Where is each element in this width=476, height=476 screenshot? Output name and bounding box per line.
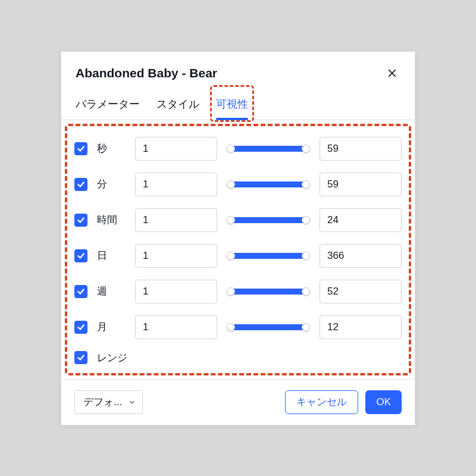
visibility-row: 日	[68, 238, 408, 274]
slider-track	[230, 289, 306, 295]
check-icon	[77, 145, 85, 153]
range-slider[interactable]	[227, 173, 310, 196]
visibility-row: 秒	[68, 131, 408, 167]
slider-thumb-left[interactable]	[227, 252, 235, 260]
slider-thumb-left[interactable]	[227, 287, 235, 296]
row-label: 日	[97, 249, 126, 262]
cancel-button[interactable]: キャンセル	[285, 390, 358, 414]
slider-thumb-right[interactable]	[302, 180, 310, 189]
slider-track	[230, 324, 306, 330]
slider-thumb-left[interactable]	[227, 145, 235, 153]
checkbox[interactable]	[74, 142, 87, 155]
check-icon	[77, 180, 85, 189]
slider-track	[230, 181, 306, 187]
tab-style[interactable]: スタイル	[156, 89, 199, 120]
dialog: Abandoned Baby - Bear パラメーター スタイル 可視性 秒	[61, 51, 415, 425]
max-input[interactable]	[320, 315, 402, 339]
close-icon	[386, 67, 398, 79]
slider-thumb-right[interactable]	[302, 287, 310, 296]
min-input[interactable]	[135, 137, 217, 161]
footer-actions: キャンセル OK	[285, 390, 402, 414]
min-input[interactable]	[135, 173, 217, 196]
visibility-row: 週	[68, 274, 408, 309]
check-icon	[77, 287, 85, 296]
min-input[interactable]	[135, 280, 217, 303]
slider-track	[230, 146, 306, 152]
dialog-footer: デフォ... キャンセル OK	[61, 379, 415, 425]
ok-button[interactable]: OK	[365, 390, 402, 414]
checkbox[interactable]	[74, 178, 87, 191]
max-input[interactable]	[320, 244, 402, 268]
min-input[interactable]	[135, 315, 217, 339]
chevron-down-icon	[128, 398, 136, 406]
row-label: 週	[97, 284, 126, 298]
check-icon	[77, 216, 85, 224]
slider-track	[230, 217, 306, 223]
visibility-row: 月	[68, 309, 408, 345]
slider-thumb-left[interactable]	[227, 216, 235, 224]
range-slider[interactable]	[227, 137, 310, 161]
min-input[interactable]	[135, 244, 217, 268]
close-button[interactable]	[384, 65, 400, 82]
row-label: 月	[97, 320, 126, 334]
range-slider[interactable]	[227, 315, 310, 339]
tab-visibility-label: 可視性	[216, 98, 248, 110]
tab-parameters[interactable]: パラメーター	[76, 89, 140, 120]
min-input[interactable]	[135, 208, 217, 232]
slider-thumb-right[interactable]	[302, 252, 310, 260]
slider-thumb-right[interactable]	[302, 323, 310, 331]
max-input[interactable]	[320, 173, 402, 196]
max-input[interactable]	[320, 280, 402, 303]
max-input[interactable]	[320, 208, 402, 232]
dialog-header: Abandoned Baby - Bear	[61, 52, 415, 89]
check-icon	[77, 323, 85, 331]
slider-thumb-right[interactable]	[302, 216, 310, 224]
row-label: 分	[97, 177, 126, 191]
checkbox-range[interactable]	[74, 351, 87, 364]
checkbox[interactable]	[74, 249, 87, 262]
slider-thumb-right[interactable]	[302, 145, 310, 153]
label-range: レンジ	[97, 351, 127, 365]
preset-dropdown-label: デフォ...	[83, 395, 122, 409]
checkbox[interactable]	[74, 214, 87, 227]
check-icon	[77, 252, 85, 260]
row-label: 時間	[97, 213, 126, 227]
visibility-row: 時間	[68, 202, 408, 238]
slider-thumb-left[interactable]	[227, 323, 235, 331]
checkbox[interactable]	[74, 285, 87, 298]
tabs: パラメーター スタイル 可視性	[61, 89, 415, 120]
checkbox[interactable]	[74, 321, 87, 334]
row-range: レンジ	[68, 345, 408, 371]
range-slider[interactable]	[227, 244, 310, 268]
slider-track	[230, 253, 306, 259]
tab-visibility[interactable]: 可視性	[216, 89, 248, 120]
row-label: 秒	[97, 142, 126, 155]
slider-thumb-left[interactable]	[227, 180, 235, 189]
check-icon	[77, 353, 85, 362]
range-slider[interactable]	[227, 208, 310, 232]
max-input[interactable]	[320, 137, 402, 161]
range-slider[interactable]	[227, 280, 310, 303]
preset-dropdown[interactable]: デフォ...	[74, 390, 143, 414]
dialog-title: Abandoned Baby - Bear	[76, 66, 217, 80]
content-pane: 秒 分 時間	[61, 120, 415, 379]
visibility-row: 分	[68, 167, 408, 202]
